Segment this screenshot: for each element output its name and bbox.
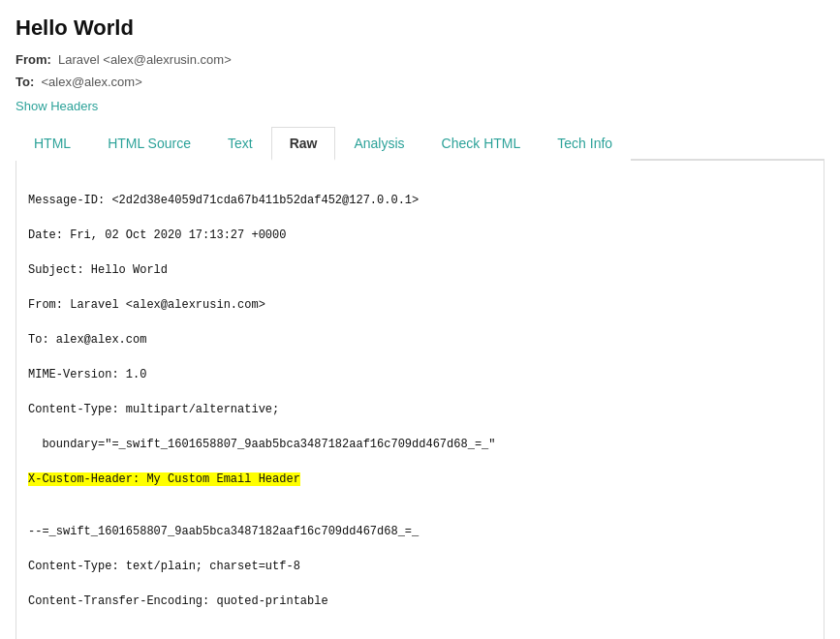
raw-line-8: boundary="=_swift_1601658807_9aab5bca348… <box>28 438 495 451</box>
tab-text[interactable]: Text <box>209 127 271 161</box>
email-title: Hello World <box>16 15 824 41</box>
tab-html[interactable]: HTML <box>16 127 89 161</box>
raw-line-2: Date: Fri, 02 Oct 2020 17:13:27 +0000 <box>28 228 286 242</box>
tab-analysis[interactable]: Analysis <box>335 127 422 161</box>
from-label: From: <box>16 52 51 67</box>
from-value: Laravel <alex@alexrusin.com> <box>58 52 232 67</box>
tab-bar: HTML HTML Source Text Raw Analysis Check… <box>16 127 824 161</box>
to-label: To: <box>16 75 34 89</box>
raw-content-area: Message-ID: <2d2d38e4059d71cda67b411b52d… <box>16 161 824 639</box>
tab-html-source[interactable]: HTML Source <box>89 127 209 161</box>
email-to: To: <alex@alex.com> <box>16 73 824 93</box>
raw-line-4: From: Laravel <alex@alexrusin.com> <box>28 298 265 312</box>
raw-line-14: Content-Transfer-Encoding: quoted-printa… <box>28 594 328 608</box>
raw-line-5: To: alex@alex.com <box>28 333 146 347</box>
raw-line-13: Content-Type: text/plain; charset=utf-8 <box>28 560 300 573</box>
raw-line-12: --=_swift_1601658807_9aab5bca3487182aaf1… <box>28 525 419 538</box>
raw-line-9-highlighted: X-Custom-Header: My Custom Email Header <box>28 472 300 486</box>
raw-line-6: MIME-Version: 1.0 <box>28 368 146 381</box>
show-headers-link[interactable]: Show Headers <box>16 99 98 113</box>
raw-line-3: Subject: Hello World <box>28 263 168 277</box>
raw-line-7: Content-Type: multipart/alternative; <box>28 403 279 416</box>
to-value: <alex@alex.com> <box>41 75 141 89</box>
tab-tech-info[interactable]: Tech Info <box>539 127 631 161</box>
email-from: From: Laravel <alex@alexrusin.com> <box>16 50 824 71</box>
tab-raw[interactable]: Raw <box>271 127 336 161</box>
raw-body: Message-ID: <2d2d38e4059d71cda67b411b52d… <box>28 174 812 639</box>
tab-check-html[interactable]: Check HTML <box>423 127 540 161</box>
raw-line-1: Message-ID: <2d2d38e4059d71cda67b411b52d… <box>28 194 419 207</box>
